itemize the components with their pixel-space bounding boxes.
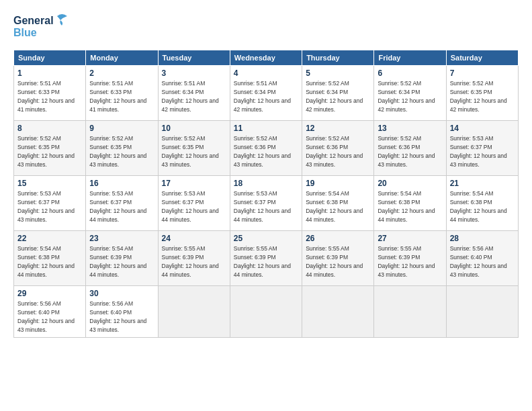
calendar-cell bbox=[446, 286, 518, 338]
calendar-cell: 25 Sunrise: 5:55 AMSunset: 6:39 PMDaylig… bbox=[230, 231, 302, 286]
calendar-cell bbox=[302, 286, 374, 338]
weekday-header: Friday bbox=[374, 50, 446, 66]
weekday-header: Monday bbox=[86, 50, 158, 66]
day-detail: Sunrise: 5:52 AMSunset: 6:35 PMDaylight:… bbox=[450, 80, 507, 113]
day-number: 4 bbox=[234, 68, 298, 78]
day-detail: Sunrise: 5:55 AMSunset: 6:39 PMDaylight:… bbox=[378, 245, 435, 278]
day-number: 19 bbox=[306, 179, 370, 188]
calendar-cell: 8 Sunrise: 5:52 AMSunset: 6:35 PMDayligh… bbox=[14, 121, 86, 176]
day-number: 20 bbox=[378, 179, 442, 188]
calendar-cell: 4 Sunrise: 5:51 AMSunset: 6:34 PMDayligh… bbox=[230, 66, 302, 121]
day-detail: Sunrise: 5:53 AMSunset: 6:37 PMDaylight:… bbox=[234, 190, 291, 223]
day-detail: Sunrise: 5:54 AMSunset: 6:38 PMDaylight:… bbox=[450, 190, 507, 223]
calendar-cell: 2 Sunrise: 5:51 AMSunset: 6:33 PMDayligh… bbox=[86, 66, 158, 121]
day-detail: Sunrise: 5:51 AMSunset: 6:33 PMDaylight:… bbox=[89, 80, 146, 113]
weekday-header: Wednesday bbox=[230, 50, 302, 66]
calendar-cell: 11 Sunrise: 5:52 AMSunset: 6:36 PMDaylig… bbox=[230, 121, 302, 176]
calendar-cell: 9 Sunrise: 5:52 AMSunset: 6:35 PMDayligh… bbox=[86, 121, 158, 176]
day-number: 22 bbox=[17, 234, 82, 243]
day-number: 27 bbox=[378, 234, 442, 243]
day-detail: Sunrise: 5:52 AMSunset: 6:36 PMDaylight:… bbox=[234, 135, 291, 168]
day-number: 18 bbox=[234, 179, 298, 188]
calendar-cell: 24 Sunrise: 5:55 AMSunset: 6:39 PMDaylig… bbox=[158, 231, 230, 286]
day-detail: Sunrise: 5:52 AMSunset: 6:35 PMDaylight:… bbox=[89, 135, 146, 168]
day-detail: Sunrise: 5:52 AMSunset: 6:34 PMDaylight:… bbox=[378, 80, 435, 113]
day-number: 21 bbox=[450, 179, 515, 188]
day-detail: Sunrise: 5:56 AMSunset: 6:40 PMDaylight:… bbox=[89, 300, 146, 333]
calendar-cell bbox=[158, 286, 230, 338]
calendar-cell: 23 Sunrise: 5:54 AMSunset: 6:39 PMDaylig… bbox=[86, 231, 158, 286]
day-detail: Sunrise: 5:51 AMSunset: 6:34 PMDaylight:… bbox=[162, 80, 219, 113]
day-detail: Sunrise: 5:53 AMSunset: 6:37 PMDaylight:… bbox=[89, 190, 146, 223]
weekday-header: Saturday bbox=[446, 50, 518, 66]
calendar-cell: 22 Sunrise: 5:54 AMSunset: 6:38 PMDaylig… bbox=[14, 231, 86, 286]
calendar-cell: 20 Sunrise: 5:54 AMSunset: 6:38 PMDaylig… bbox=[374, 176, 446, 231]
calendar-cell: 29 Sunrise: 5:56 AMSunset: 6:40 PMDaylig… bbox=[14, 286, 86, 338]
day-detail: Sunrise: 5:52 AMSunset: 6:35 PMDaylight:… bbox=[17, 135, 75, 168]
day-number: 26 bbox=[306, 234, 370, 243]
day-number: 13 bbox=[378, 124, 442, 133]
day-detail: Sunrise: 5:55 AMSunset: 6:39 PMDaylight:… bbox=[306, 245, 363, 278]
day-detail: Sunrise: 5:53 AMSunset: 6:37 PMDaylight:… bbox=[162, 190, 219, 223]
calendar-cell: 13 Sunrise: 5:52 AMSunset: 6:36 PMDaylig… bbox=[374, 121, 446, 176]
day-number: 10 bbox=[162, 124, 226, 133]
weekday-header: Sunday bbox=[14, 50, 86, 66]
calendar-cell bbox=[374, 286, 446, 338]
day-number: 23 bbox=[89, 234, 154, 243]
day-detail: Sunrise: 5:52 AMSunset: 6:34 PMDaylight:… bbox=[306, 80, 363, 113]
day-number: 17 bbox=[162, 179, 226, 188]
day-detail: Sunrise: 5:53 AMSunset: 6:37 PMDaylight:… bbox=[450, 135, 507, 168]
day-number: 5 bbox=[306, 68, 370, 78]
weekday-header: Thursday bbox=[302, 50, 374, 66]
day-detail: Sunrise: 5:55 AMSunset: 6:39 PMDaylight:… bbox=[162, 245, 219, 278]
day-number: 7 bbox=[450, 68, 515, 78]
day-number: 25 bbox=[234, 234, 298, 243]
day-number: 14 bbox=[450, 124, 515, 133]
day-detail: Sunrise: 5:55 AMSunset: 6:39 PMDaylight:… bbox=[234, 245, 291, 278]
calendar-cell: 16 Sunrise: 5:53 AMSunset: 6:37 PMDaylig… bbox=[86, 176, 158, 231]
day-number: 16 bbox=[89, 179, 154, 188]
day-detail: Sunrise: 5:56 AMSunset: 6:40 PMDaylight:… bbox=[450, 245, 507, 278]
day-number: 24 bbox=[162, 234, 226, 243]
day-number: 11 bbox=[234, 124, 298, 133]
calendar-cell: 3 Sunrise: 5:51 AMSunset: 6:34 PMDayligh… bbox=[158, 66, 230, 121]
calendar-cell: 30 Sunrise: 5:56 AMSunset: 6:40 PMDaylig… bbox=[86, 286, 158, 338]
day-detail: Sunrise: 5:54 AMSunset: 6:38 PMDaylight:… bbox=[378, 190, 435, 223]
calendar-cell: 1 Sunrise: 5:51 AMSunset: 6:33 PMDayligh… bbox=[14, 66, 86, 121]
calendar-cell: 26 Sunrise: 5:55 AMSunset: 6:39 PMDaylig… bbox=[302, 231, 374, 286]
calendar-cell: 5 Sunrise: 5:52 AMSunset: 6:34 PMDayligh… bbox=[302, 66, 374, 121]
day-detail: Sunrise: 5:54 AMSunset: 6:39 PMDaylight:… bbox=[89, 245, 146, 278]
day-detail: Sunrise: 5:54 AMSunset: 6:38 PMDaylight:… bbox=[17, 245, 75, 278]
day-number: 12 bbox=[306, 124, 370, 133]
day-detail: Sunrise: 5:53 AMSunset: 6:37 PMDaylight:… bbox=[17, 190, 75, 223]
calendar-cell bbox=[230, 286, 302, 338]
day-detail: Sunrise: 5:52 AMSunset: 6:35 PMDaylight:… bbox=[162, 135, 219, 168]
calendar-cell: 27 Sunrise: 5:55 AMSunset: 6:39 PMDaylig… bbox=[374, 231, 446, 286]
logo: General Blue bbox=[13, 11, 74, 43]
day-detail: Sunrise: 5:51 AMSunset: 6:33 PMDaylight:… bbox=[17, 80, 75, 113]
svg-text:Blue: Blue bbox=[13, 27, 37, 38]
day-number: 15 bbox=[17, 179, 82, 188]
day-number: 28 bbox=[450, 234, 515, 243]
calendar-cell: 14 Sunrise: 5:53 AMSunset: 6:37 PMDaylig… bbox=[446, 121, 518, 176]
calendar-table: SundayMondayTuesdayWednesdayThursdayFrid… bbox=[13, 50, 519, 338]
day-number: 6 bbox=[378, 68, 442, 78]
calendar-cell: 18 Sunrise: 5:53 AMSunset: 6:37 PMDaylig… bbox=[230, 176, 302, 231]
day-detail: Sunrise: 5:52 AMSunset: 6:36 PMDaylight:… bbox=[378, 135, 435, 168]
day-number: 1 bbox=[17, 68, 82, 78]
svg-text:General: General bbox=[13, 15, 54, 26]
day-number: 8 bbox=[17, 124, 82, 133]
calendar-cell: 6 Sunrise: 5:52 AMSunset: 6:34 PMDayligh… bbox=[374, 66, 446, 121]
day-number: 2 bbox=[89, 68, 154, 78]
day-number: 3 bbox=[162, 68, 226, 78]
day-number: 9 bbox=[89, 124, 154, 133]
weekday-header-row: SundayMondayTuesdayWednesdayThursdayFrid… bbox=[14, 50, 519, 66]
day-number: 29 bbox=[17, 289, 82, 298]
calendar-cell: 7 Sunrise: 5:52 AMSunset: 6:35 PMDayligh… bbox=[446, 66, 518, 121]
day-detail: Sunrise: 5:54 AMSunset: 6:38 PMDaylight:… bbox=[306, 190, 363, 223]
calendar-cell: 15 Sunrise: 5:53 AMSunset: 6:37 PMDaylig… bbox=[14, 176, 86, 231]
calendar-cell: 17 Sunrise: 5:53 AMSunset: 6:37 PMDaylig… bbox=[158, 176, 230, 231]
calendar-cell: 28 Sunrise: 5:56 AMSunset: 6:40 PMDaylig… bbox=[446, 231, 518, 286]
calendar-cell: 10 Sunrise: 5:52 AMSunset: 6:35 PMDaylig… bbox=[158, 121, 230, 176]
day-detail: Sunrise: 5:56 AMSunset: 6:40 PMDaylight:… bbox=[17, 300, 75, 333]
